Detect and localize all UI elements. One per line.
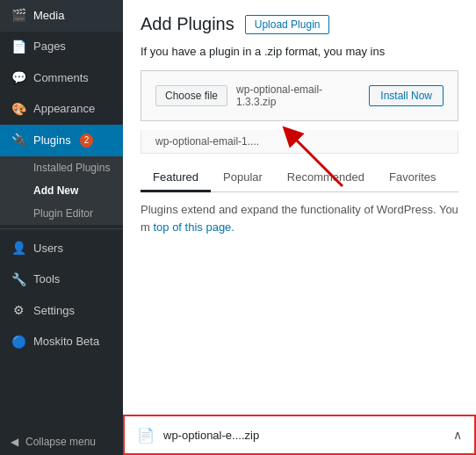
collapse-label: Collapse menu [25, 436, 96, 448]
media-icon: 🎬 [11, 7, 26, 25]
main-content: Add Plugins Upload Plugin If you have a … [123, 0, 476, 455]
bottom-file-name: wp-optional-e....zip [163, 429, 444, 442]
sidebar-item-label: Plugins [33, 133, 71, 148]
collapse-menu[interactable]: ◀ Collapse menu [0, 429, 123, 455]
upload-plugin-button[interactable]: Upload Plugin [245, 15, 330, 34]
tools-icon: 🔧 [11, 271, 26, 289]
choose-file-button[interactable]: Choose file [155, 85, 227, 106]
tab-content-text: Plugins extend and expand the functional… [141, 201, 458, 235]
sidebar-item-comments[interactable]: 💬 Comments [0, 62, 123, 94]
main-inner: Add Plugins Upload Plugin If you have a … [123, 0, 476, 415]
tab-featured[interactable]: Featured [141, 164, 211, 192]
tab-content-link[interactable]: top of this page. [153, 220, 234, 234]
sidebar-item-settings[interactable]: ⚙ Settings [0, 295, 123, 327]
sidebar-item-label: Users [33, 241, 63, 256]
sidebar: 🎬 Media 📄 Pages 💬 Comments 🎨 Appearance … [0, 0, 123, 455]
bottom-file-icon: 📄 [137, 427, 155, 444]
red-arrow [281, 125, 360, 198]
submenu-plugin-editor[interactable]: Plugin Editor [0, 202, 123, 225]
sidebar-item-media[interactable]: 🎬 Media [0, 0, 123, 32]
tab-favorites[interactable]: Favorites [377, 164, 448, 192]
appearance-icon: 🎨 [11, 101, 26, 119]
sidebar-item-appearance[interactable]: 🎨 Appearance [0, 94, 123, 126]
sidebar-item-tools[interactable]: 🔧 Tools [0, 264, 123, 296]
info-text: If you have a plugin in a .zip format, y… [141, 45, 458, 58]
sidebar-item-label: Appearance [33, 101, 95, 117]
plugins-submenu: Installed Plugins Add New Plugin Editor [0, 156, 123, 225]
pages-icon: 📄 [11, 39, 26, 56]
moskito-icon: 🔵 [11, 334, 26, 351]
users-icon: 👤 [11, 240, 26, 257]
content-area: Featured Popular Recommended Favorites P… [141, 164, 458, 235]
upload-box: Choose file wp-optional-email-1.3.3.zip … [141, 70, 458, 121]
page-title: Add Plugins [141, 14, 234, 34]
sidebar-item-label: Moskito Beta [33, 334, 99, 350]
bottom-chevron-icon[interactable]: ∧ [453, 428, 462, 442]
sidebar-divider [0, 228, 123, 229]
settings-icon: ⚙ [11, 302, 26, 320]
sidebar-item-pages[interactable]: 📄 Pages [0, 32, 123, 63]
sidebar-item-plugins[interactable]: 🔌 Plugins 2 [0, 125, 123, 156]
tab-popular[interactable]: Popular [211, 164, 275, 192]
sidebar-item-label: Pages [33, 39, 66, 54]
sidebar-item-moskito[interactable]: 🔵 Moskito Beta [0, 327, 123, 358]
sidebar-item-label: Tools [33, 271, 60, 287]
sidebar-item-label: Media [33, 8, 64, 24]
sidebar-item-label: Settings [33, 303, 75, 319]
collapse-icon: ◀ [11, 436, 18, 448]
sidebar-item-label: Comments [33, 70, 89, 86]
bottom-bar: 📄 wp-optional-e....zip ∧ [123, 415, 476, 455]
submenu-installed-plugins[interactable]: Installed Plugins [0, 156, 123, 179]
submenu-add-new[interactable]: Add New [0, 179, 123, 202]
plugins-badge: 2 [80, 134, 94, 148]
comments-icon: 💬 [11, 69, 26, 87]
sidebar-item-users[interactable]: 👤 Users [0, 233, 123, 264]
install-now-button[interactable]: Install Now [369, 85, 444, 106]
plugins-icon: 🔌 [11, 132, 26, 149]
selected-file-name: wp-optional-email-1.3.3.zip [236, 83, 360, 108]
page-header: Add Plugins Upload Plugin [141, 14, 458, 34]
